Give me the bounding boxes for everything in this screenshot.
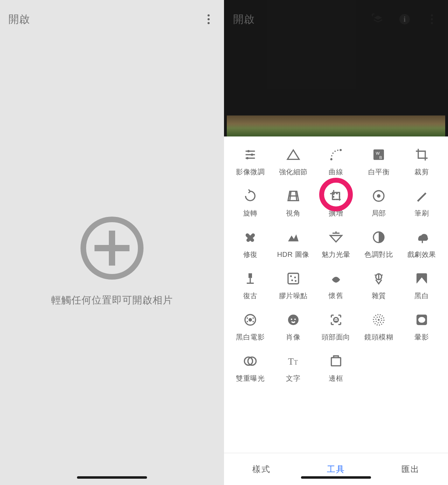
brush-icon (414, 188, 429, 204)
svg-rect-62 (331, 358, 341, 366)
svg-rect-27 (248, 273, 252, 278)
tool-healing[interactable]: 修復 (229, 225, 272, 259)
tool-glamour[interactable]: 魅力光暈 (315, 225, 357, 259)
frame-icon (328, 353, 344, 369)
add-photo-icon (80, 217, 144, 280)
open-hint-text: 輕觸任何位置即可開啟相片 (51, 294, 173, 307)
rotate-icon (243, 188, 258, 204)
svg-point-57 (418, 317, 425, 323)
tool-double-exp[interactable]: 雙重曝光 (229, 349, 272, 383)
tool-label: 頭部面向 (322, 332, 350, 342)
editor-more-menu-button[interactable] (425, 12, 439, 26)
tune-icon (243, 147, 258, 162)
open-tap-area[interactable]: 輕觸任何位置即可開啟相片 (0, 38, 224, 485)
tool-vintage[interactable]: 復古 (229, 267, 272, 301)
svg-point-37 (375, 274, 376, 275)
tool-label: 視角 (286, 209, 300, 218)
svg-point-32 (294, 276, 296, 278)
tool-portrait[interactable]: 肖像 (272, 308, 314, 342)
curves-icon (328, 147, 344, 162)
tab-export[interactable]: 匯出 (373, 464, 448, 475)
tool-bw[interactable]: 黑白 (400, 267, 443, 301)
svg-point-34 (295, 280, 296, 282)
open-screen[interactable]: 開啟 輕觸任何位置即可開啟相片 (0, 0, 224, 485)
svg-point-4 (251, 154, 253, 156)
text-icon: TT (286, 353, 301, 369)
tool-label: 筆刷 (414, 209, 429, 218)
svg-point-3 (247, 150, 250, 153)
selective-icon (371, 188, 386, 204)
tool-grid: 影像微調強化細節曲線WB白平衡裁剪旋轉視角擴增局部筆刷修復HDR 圖像魅力光暈色… (224, 136, 448, 453)
vignette-icon (414, 312, 429, 328)
details-icon (286, 147, 301, 162)
grunge-icon (371, 271, 386, 286)
tool-frame[interactable]: 邊框 (315, 349, 357, 383)
tool-label: 影像微調 (236, 167, 265, 177)
tool-drama[interactable]: 戲劇效果 (400, 225, 443, 259)
tool-label: 肖像 (286, 332, 300, 342)
tool-label: HDR 圖像 (277, 250, 309, 259)
svg-point-49 (294, 318, 295, 320)
tool-headpose[interactable]: 頭部面向 (315, 308, 357, 342)
tool-white-balance[interactable]: WB白平衡 (357, 143, 400, 177)
svg-point-55 (378, 319, 380, 321)
svg-point-31 (290, 275, 292, 277)
svg-marker-22 (330, 236, 342, 242)
tool-curves[interactable]: 曲線 (315, 143, 357, 177)
tool-label: 鏡頭模糊 (364, 332, 393, 342)
svg-point-8 (340, 149, 342, 151)
svg-point-48 (290, 318, 292, 320)
tool-label: 黑白 (414, 291, 429, 301)
tool-label: 復古 (243, 291, 258, 301)
layers-undo-icon[interactable] (372, 13, 384, 26)
tool-label: 膠片噪點 (279, 291, 308, 301)
svg-point-18 (377, 194, 380, 198)
tool-vignette[interactable]: 暈影 (400, 308, 443, 342)
tool-label: 曲線 (329, 167, 343, 177)
svg-point-45 (247, 321, 248, 322)
drama-icon (414, 230, 429, 245)
svg-point-5 (246, 157, 249, 160)
svg-marker-21 (288, 234, 299, 241)
svg-point-47 (288, 315, 299, 325)
tool-brush[interactable]: 筆刷 (400, 184, 443, 218)
tool-crop[interactable]: 裁剪 (400, 143, 443, 177)
glamour-icon (328, 230, 344, 245)
info-icon[interactable]: i (398, 13, 411, 26)
tool-label: 色調對比 (364, 250, 393, 259)
tool-noir[interactable]: 黑白電影 (229, 308, 272, 342)
tool-selective[interactable]: 局部 (357, 184, 400, 218)
tool-details[interactable]: 強化細節 (272, 143, 314, 177)
svg-point-52 (336, 319, 337, 320)
svg-point-43 (247, 317, 248, 319)
bottom-tabs: 樣式 工具 匯出 (224, 453, 448, 485)
svg-point-44 (253, 317, 254, 319)
tool-expand[interactable]: 擴增 (315, 184, 357, 218)
tab-tools[interactable]: 工具 (299, 464, 373, 475)
portrait-icon (286, 312, 301, 328)
tool-tune[interactable]: 影像微調 (229, 143, 272, 177)
editor-screen: 開啟 i 影像微調強化細節曲線WB白平衡裁剪旋轉視角擴增局部筆刷修復HDR 圖像… (224, 0, 448, 485)
tool-label: 戲劇效果 (407, 250, 436, 259)
tool-retrolux[interactable]: 懷舊 (315, 267, 357, 301)
tool-label: 黑白電影 (236, 332, 265, 342)
perspective-icon (286, 188, 301, 204)
tool-label: 修復 (243, 250, 258, 259)
tool-rotate[interactable]: 旋轉 (229, 184, 272, 218)
tool-tonal[interactable]: 色調對比 (357, 225, 400, 259)
tool-lensblur[interactable]: 鏡頭模糊 (357, 308, 400, 342)
more-menu-button[interactable] (202, 12, 216, 26)
tool-hdr[interactable]: HDR 圖像 (272, 225, 314, 259)
tool-label: 懷舊 (329, 291, 343, 301)
tool-text[interactable]: TT文字 (272, 349, 314, 383)
healing-icon (243, 230, 258, 245)
crop-icon (414, 147, 429, 162)
headpose-icon (328, 312, 344, 328)
tools-panel: 影像微調強化細節曲線WB白平衡裁剪旋轉視角擴增局部筆刷修復HDR 圖像魅力光暈色… (224, 136, 448, 485)
tab-styles[interactable]: 樣式 (224, 464, 299, 475)
tool-grainy[interactable]: 膠片噪點 (272, 267, 314, 301)
tool-perspective[interactable]: 視角 (272, 184, 314, 218)
tool-grunge[interactable]: 雜質 (357, 267, 400, 301)
white-balance-icon: WB (371, 147, 386, 162)
home-indicator (301, 476, 371, 479)
